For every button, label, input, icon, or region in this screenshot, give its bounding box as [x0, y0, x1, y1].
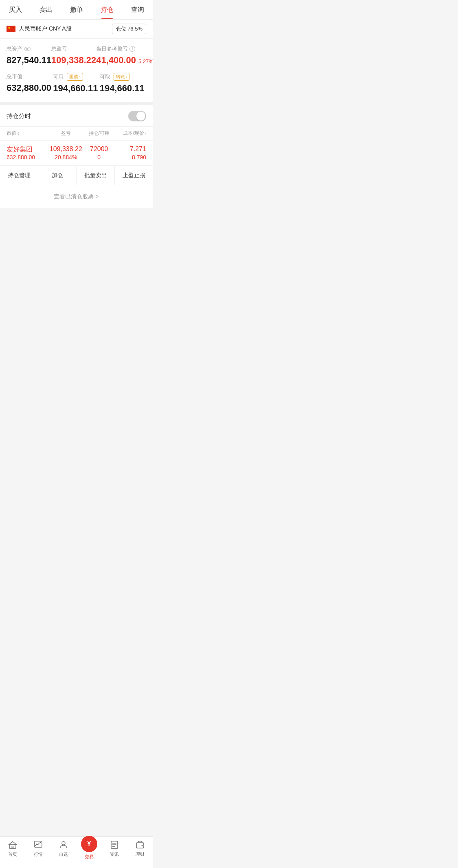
stock-pl-col: 109,338.22 20.884% — [48, 145, 83, 160]
total-pl-value: 109,338.22 — [51, 55, 96, 66]
sort-arrow-icon — [17, 132, 20, 135]
stock-avail: 0 — [97, 154, 101, 160]
th-qty[interactable]: 持仓/可用 — [83, 130, 115, 137]
stop-loss-button[interactable]: 止盈止损 — [115, 166, 153, 185]
stat-available: 可用 国债 194,660.11 — [53, 73, 99, 94]
stat-daily-ref: 当日参考盈亏 i 41,400.00 5.27% — [96, 45, 153, 66]
info-icon[interactable]: i — [129, 46, 135, 52]
th-pl[interactable]: 盈亏 — [48, 130, 83, 137]
available-value: 194,660.11 — [53, 83, 99, 94]
total-assets-value: 827,540.11 — [7, 55, 51, 66]
tab-query[interactable]: 查询 — [122, 0, 153, 19]
tab-sell[interactable]: 卖出 — [31, 0, 61, 19]
total-market-label: 总市值 — [7, 73, 53, 80]
stats-section: 总资产 827,540.11 总盈亏 109,338.22 当日参考盈亏 i 4… — [0, 39, 153, 102]
daily-ref-label: 当日参考盈亏 i — [96, 45, 153, 53]
manage-button[interactable]: 持仓管理 — [0, 166, 38, 185]
stock-market-value: 632,880.00 — [7, 154, 48, 160]
stock-pl-pct: 20.884% — [55, 154, 77, 160]
transfer-tag[interactable]: 转账 — [114, 73, 130, 81]
account-info: 人民币账户 CNY A股 — [7, 25, 72, 33]
batch-sell-button[interactable]: 批量卖出 — [77, 166, 115, 185]
eye-icon[interactable] — [24, 47, 31, 51]
th-market-value[interactable]: 市值 — [7, 130, 48, 137]
stock-price-col: 7.271 8.790 — [115, 145, 146, 160]
section-divider — [0, 102, 153, 105]
stock-current-price: 8.790 — [132, 154, 146, 160]
treasury-bond-tag[interactable]: 国债 — [67, 73, 83, 81]
position-badge[interactable]: 仓位 76.5% — [112, 24, 146, 34]
withdrawable-value: 194,660.11 — [100, 83, 146, 94]
account-name: 人民币账户 CNY A股 — [19, 25, 72, 33]
holdings-section: 持仓分时 市值 盈亏 持仓/可用 成本/现价 › 友好集团 632,880.00 — [0, 105, 153, 208]
china-flag-icon — [7, 26, 15, 32]
available-label: 可用 国债 — [53, 73, 99, 81]
stock-name: 友好集团 — [7, 145, 48, 154]
stock-pl-value: 109,338.22 — [50, 145, 82, 153]
stat-total-assets: 总资产 827,540.11 — [7, 45, 51, 66]
withdrawable-label: 可取 转账 — [100, 73, 146, 81]
th-price[interactable]: 成本/现价 › — [115, 130, 146, 137]
stat-total-market: 总市值 632,880.00 — [7, 73, 53, 94]
account-header: 人民币账户 CNY A股 仓位 76.5% — [0, 20, 153, 39]
holdings-header: 持仓分时 — [0, 105, 153, 127]
stat-withdrawable: 可取 转账 194,660.11 — [100, 73, 146, 94]
table-header: 市值 盈亏 持仓/可用 成本/现价 › — [0, 127, 153, 141]
action-bar: 持仓管理 加仓 批量卖出 止盈止损 — [0, 166, 153, 185]
total-pl-label: 总盈亏 — [51, 45, 96, 53]
daily-ref-value-row: 41,400.00 5.27% — [96, 55, 153, 66]
holdings-toggle[interactable] — [128, 111, 146, 121]
holdings-title: 持仓分时 — [7, 112, 31, 120]
total-assets-label: 总资产 — [7, 45, 51, 53]
daily-ref-value: 41,400.00 — [96, 55, 136, 66]
stock-name-col: 友好集团 632,880.00 — [7, 145, 48, 160]
daily-ref-pct: 5.27% — [138, 58, 153, 64]
total-market-value: 632,880.00 — [7, 83, 53, 93]
stock-qty: 72000 — [90, 145, 108, 153]
tab-buy[interactable]: 买入 — [0, 0, 31, 19]
stock-cost: 7.271 — [130, 145, 146, 153]
stats-row-1: 总资产 827,540.11 总盈亏 109,338.22 当日参考盈亏 i 4… — [7, 45, 146, 66]
stat-total-pl: 总盈亏 109,338.22 — [51, 45, 96, 66]
bottom-spacer — [0, 330, 153, 363]
view-cleared-stocks[interactable]: 查看已清仓股票 > — [0, 186, 153, 208]
tab-cancel[interactable]: 撤单 — [61, 0, 92, 19]
stock-qty-col: 72000 0 — [83, 145, 115, 160]
top-tab-bar: 买入 卖出 撤单 持仓 查询 — [0, 0, 153, 20]
stats-row-2: 总市值 632,880.00 可用 国债 194,660.11 可取 转账 19… — [7, 73, 146, 94]
tab-holdings[interactable]: 持仓 — [92, 0, 122, 19]
add-position-button[interactable]: 加仓 — [38, 166, 77, 185]
content-area — [0, 208, 153, 330]
chevron-right-icon: › — [145, 131, 146, 136]
table-row[interactable]: 友好集团 632,880.00 109,338.22 20.884% 72000… — [0, 141, 153, 166]
